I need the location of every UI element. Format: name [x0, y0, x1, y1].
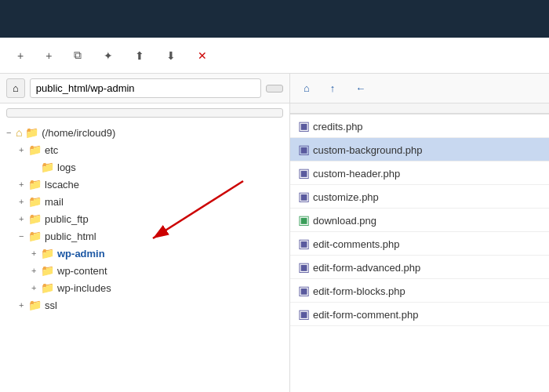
tree-item-label: public_html	[45, 230, 96, 242]
upload-button[interactable]: ⬆	[127, 45, 155, 66]
tree-item-label: logs	[57, 162, 76, 173]
tree-item[interactable]: +📁wp-content	[0, 262, 289, 279]
back-icon: ←	[355, 82, 365, 94]
table-row[interactable]: ▣custom-background.php	[290, 138, 549, 162]
file-name-cell: ▣download.png	[290, 209, 549, 232]
file-table-container: ▣credits.php▣custom-background.php▣custo…	[290, 103, 549, 392]
table-row[interactable]: ▣edit-comments.php	[290, 232, 549, 256]
home-nav-button[interactable]: ⌂	[296, 78, 320, 98]
path-home-button[interactable]: ⌂	[6, 78, 25, 98]
path-bar: ⌂	[0, 74, 289, 103]
move-icon: ✦	[104, 49, 113, 62]
copy-button[interactable]: ⧉	[66, 45, 93, 66]
up-icon: ↑	[330, 82, 336, 94]
table-row[interactable]: ▣credits.php	[290, 114, 549, 138]
table-row[interactable]: ▣edit-form-blocks.php	[290, 279, 549, 303]
file-name-cell: ▣custom-header.php	[290, 162, 549, 185]
file-name: customize.php	[313, 191, 379, 203]
tree-item-label: public_ftp	[45, 213, 89, 225]
tree-item[interactable]: +📁lscache	[0, 176, 289, 193]
folder-icon: 📁	[28, 299, 42, 311]
go-button[interactable]	[266, 85, 283, 93]
table-row[interactable]: ▣custom-header.php	[290, 162, 549, 185]
folder-icon: 📁	[28, 195, 42, 208]
table-row[interactable]: ▣download.png	[290, 209, 549, 232]
tree-toggle[interactable]: +	[19, 300, 28, 310]
tree-toggle[interactable]: +	[31, 266, 41, 275]
back-button[interactable]: ←	[348, 78, 376, 98]
php-file-icon: ▣	[298, 166, 310, 180]
left-panel: ⌂ −⌂ 📁 (/home/ircloud9)+📁etc📁logs+📁lscac…	[0, 74, 290, 392]
collapse-all-button[interactable]	[6, 108, 283, 118]
file-name: custom-background.php	[313, 144, 422, 156]
php-file-icon: ▣	[298, 284, 310, 297]
tree-item[interactable]: +📁etc	[0, 141, 289, 158]
tree-toggle[interactable]: +	[31, 283, 41, 292]
folder-button[interactable]: +	[38, 45, 63, 66]
path-input[interactable]	[30, 78, 261, 98]
tree-toggle[interactable]: +	[19, 145, 28, 154]
file-tree-container: −⌂ 📁 (/home/ircloud9)+📁etc📁logs+📁lscache…	[0, 122, 289, 392]
delete-button[interactable]: ✕	[190, 45, 218, 66]
file-button[interactable]: +	[9, 45, 35, 66]
tree-item-label: wp-content	[57, 265, 107, 277]
home-nav-icon: ⌂	[304, 82, 310, 94]
right-toolbar: ⌂ ↑ ←	[290, 74, 549, 103]
php-file-icon: ▣	[298, 119, 310, 132]
folder-icon: 📁	[41, 264, 54, 277]
folder-icon: 📁	[28, 230, 42, 242]
tree-toggle[interactable]: +	[19, 180, 28, 189]
tree-item-label: wp-includes	[57, 282, 111, 294]
folder-icon: 📁	[41, 281, 54, 294]
php-file-icon: ▣	[298, 143, 310, 156]
file-name-cell: ▣edit-comments.php	[290, 232, 549, 256]
table-row[interactable]: ▣customize.php	[290, 185, 549, 209]
tree-item-label: wp-admin	[57, 248, 105, 260]
tree-toggle[interactable]: −	[19, 231, 28, 241]
file-name-cell: ▣credits.php	[290, 114, 549, 138]
folder-icon: 📁	[28, 212, 42, 225]
tree-item[interactable]: −⌂ 📁 (/home/ircloud9)	[0, 124, 289, 141]
folder-icon: 📁	[41, 247, 54, 260]
file-name: credits.php	[313, 121, 363, 132]
file-name: download.png	[313, 215, 376, 227]
table-row[interactable]: ▣edit-form-advanced.php	[290, 256, 549, 279]
file-name-cell: ▣edit-form-advanced.php	[290, 256, 549, 279]
name-column-header[interactable]	[290, 103, 549, 114]
tree-toggle[interactable]: −	[6, 128, 16, 137]
file-name: custom-header.php	[313, 168, 400, 180]
tree-item-label: ssl	[45, 299, 57, 311]
plus-folder-icon: +	[45, 49, 52, 62]
php-file-icon: ▣	[298, 307, 310, 321]
tree-toggle[interactable]: +	[31, 249, 41, 258]
png-file-icon: ▣	[298, 213, 310, 227]
tree-toggle[interactable]: +	[19, 214, 28, 223]
tree-item-label: (/home/ircloud9)	[42, 127, 115, 139]
php-file-icon: ▣	[298, 237, 310, 250]
right-panel: ⌂ ↑ ← ▣credits.php	[290, 74, 549, 392]
tree-item[interactable]: +📁mail	[0, 193, 289, 210]
tree-item[interactable]: +📁public_ftp	[0, 210, 289, 227]
php-file-icon: ▣	[298, 260, 310, 274]
delete-icon: ✕	[198, 49, 207, 62]
copy-icon: ⧉	[74, 49, 82, 62]
tree-item[interactable]: −📁public_html	[0, 227, 289, 245]
up-one-level-button[interactable]: ↑	[323, 78, 346, 98]
file-name-cell: ▣edit-form-blocks.php	[290, 279, 549, 303]
tree-item-label: lscache	[45, 179, 79, 191]
tree-item[interactable]: +📁ssl	[0, 296, 289, 314]
header	[0, 0, 549, 38]
file-name: edit-form-advanced.php	[313, 262, 420, 274]
download-button[interactable]: ⬇	[158, 45, 187, 66]
tree-item-label: etc	[45, 144, 58, 156]
move-button[interactable]: ✦	[96, 45, 124, 66]
tree-toggle[interactable]: +	[19, 197, 28, 206]
upload-icon: ⬆	[135, 49, 144, 62]
table-row[interactable]: ▣edit-form-comment.php	[290, 303, 549, 326]
file-name: edit-form-blocks.php	[313, 285, 405, 297]
php-file-icon: ▣	[298, 190, 310, 203]
tree-item[interactable]: 📁logs	[0, 158, 289, 176]
plus-icon: +	[17, 49, 24, 62]
tree-item[interactable]: +📁wp-admin	[0, 245, 289, 262]
tree-item[interactable]: +📁wp-includes	[0, 279, 289, 296]
